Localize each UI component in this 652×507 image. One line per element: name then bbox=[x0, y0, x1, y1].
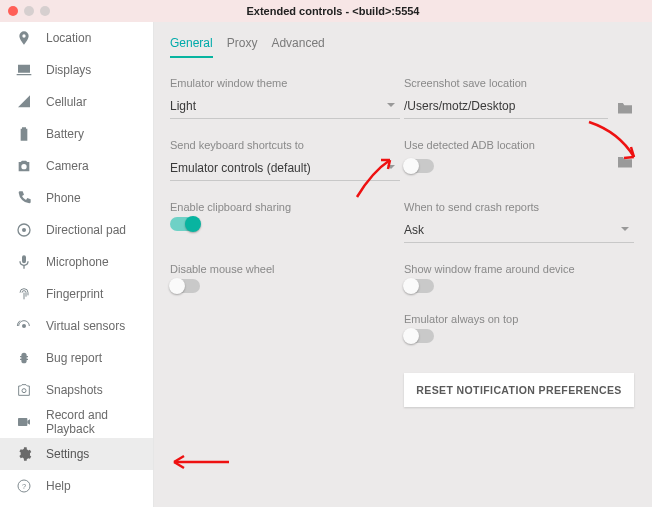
battery-icon bbox=[16, 126, 32, 142]
mic-icon bbox=[16, 254, 32, 270]
sidebar-item-bugreport[interactable]: Bug report bbox=[0, 342, 153, 374]
svg-point-3 bbox=[22, 389, 26, 393]
sidebar-item-label: Record and Playback bbox=[46, 408, 143, 436]
field-label: Disable mouse wheel bbox=[170, 263, 400, 275]
svg-point-1 bbox=[22, 228, 26, 232]
sidebar-item-label: Bug report bbox=[46, 351, 102, 365]
mouse-toggle[interactable] bbox=[170, 279, 200, 293]
crash-select[interactable]: Ask bbox=[404, 217, 634, 243]
field-label: Use detected ADB location bbox=[404, 139, 634, 151]
sidebar-item-fingerprint[interactable]: Fingerprint bbox=[0, 278, 153, 310]
dpad-icon bbox=[16, 222, 32, 238]
sidebar-item-label: Fingerprint bbox=[46, 287, 103, 301]
field-label: Screenshot save location bbox=[404, 77, 634, 89]
sidebar-item-label: Microphone bbox=[46, 255, 109, 269]
sidebar-item-cellular[interactable]: Cellular bbox=[0, 86, 153, 118]
field-keyboard: Send keyboard shortcuts to Emulator cont… bbox=[170, 139, 400, 181]
theme-value: Light bbox=[170, 99, 196, 113]
window-close-button[interactable] bbox=[8, 6, 18, 16]
annotation-arrow bbox=[164, 450, 234, 480]
sidebar-item-label: Cellular bbox=[46, 95, 87, 109]
field-ontop: Emulator always on top bbox=[404, 313, 634, 343]
caret-down-icon bbox=[620, 223, 630, 237]
sidebar-item-sensors[interactable]: Virtual sensors bbox=[0, 310, 153, 342]
folder-icon[interactable] bbox=[616, 101, 634, 119]
adb-toggle[interactable] bbox=[404, 159, 434, 173]
svg-text:?: ? bbox=[22, 482, 26, 491]
screenshot-path-value: /Users/motz/Desktop bbox=[404, 99, 515, 113]
sidebar-item-camera[interactable]: Camera bbox=[0, 150, 153, 182]
field-frame: Show window frame around device bbox=[404, 263, 634, 293]
fingerprint-icon bbox=[16, 286, 32, 302]
sidebar-item-displays[interactable]: Displays bbox=[0, 54, 153, 86]
field-label: Enable clipboard sharing bbox=[170, 201, 400, 213]
folder-icon[interactable] bbox=[616, 155, 634, 173]
sidebar-item-label: Camera bbox=[46, 159, 89, 173]
keyboard-value: Emulator controls (default) bbox=[170, 161, 311, 175]
reset-notifications-button[interactable]: RESET NOTIFICATION PREFERENCES bbox=[404, 373, 634, 407]
sidebar-item-microphone[interactable]: Microphone bbox=[0, 246, 153, 278]
record-icon bbox=[16, 414, 32, 430]
clipboard-toggle[interactable] bbox=[170, 217, 200, 231]
sidebar-item-settings[interactable]: Settings bbox=[0, 438, 153, 470]
sidebar-item-label: Help bbox=[46, 479, 71, 493]
field-label: Emulator always on top bbox=[404, 313, 634, 325]
titlebar: Extended controls - <build>:5554 bbox=[0, 0, 652, 22]
field-screenshot-path: Screenshot save location /Users/motz/Des… bbox=[404, 77, 634, 119]
sidebar-item-label: Displays bbox=[46, 63, 91, 77]
sidebar-item-location[interactable]: Location bbox=[0, 22, 153, 54]
sidebar-item-label: Location bbox=[46, 31, 91, 45]
field-label: Emulator window theme bbox=[170, 77, 400, 89]
location-icon bbox=[16, 30, 32, 46]
field-theme: Emulator window theme Light bbox=[170, 77, 400, 119]
crash-value: Ask bbox=[404, 223, 424, 237]
caret-down-icon bbox=[386, 99, 396, 113]
field-mouse: Disable mouse wheel bbox=[170, 263, 400, 293]
tabs: General Proxy Advanced bbox=[170, 32, 634, 59]
window-title: Extended controls - <build>:5554 bbox=[62, 5, 644, 17]
ontop-toggle[interactable] bbox=[404, 329, 434, 343]
field-clipboard: Enable clipboard sharing bbox=[170, 201, 400, 243]
sidebar-item-phone[interactable]: Phone bbox=[0, 182, 153, 214]
field-label: Show window frame around device bbox=[404, 263, 634, 275]
sidebar-item-battery[interactable]: Battery bbox=[0, 118, 153, 150]
sidebar-item-help[interactable]: ?Help bbox=[0, 470, 153, 502]
sidebar: Location Displays Cellular Battery Camer… bbox=[0, 22, 154, 507]
snapshot-icon bbox=[16, 382, 32, 398]
camera-icon bbox=[16, 158, 32, 174]
sidebar-item-label: Settings bbox=[46, 447, 89, 461]
screenshot-path-select[interactable]: /Users/motz/Desktop bbox=[404, 93, 608, 119]
cellular-icon bbox=[16, 94, 32, 110]
caret-down-icon bbox=[386, 161, 396, 175]
sidebar-item-label: Snapshots bbox=[46, 383, 103, 397]
svg-rect-4 bbox=[18, 418, 27, 426]
window-minimize-button[interactable] bbox=[24, 6, 34, 16]
frame-toggle[interactable] bbox=[404, 279, 434, 293]
tab-general[interactable]: General bbox=[170, 32, 213, 58]
sensors-icon bbox=[16, 318, 32, 334]
help-icon: ? bbox=[16, 478, 32, 494]
main-panel: General Proxy Advanced Emulator window t… bbox=[154, 22, 652, 507]
field-label: Send keyboard shortcuts to bbox=[170, 139, 400, 151]
sidebar-item-label: Battery bbox=[46, 127, 84, 141]
field-label: When to send crash reports bbox=[404, 201, 634, 213]
bug-icon bbox=[16, 350, 32, 366]
displays-icon bbox=[16, 62, 32, 78]
settings-icon bbox=[16, 446, 32, 462]
sidebar-item-label: Directional pad bbox=[46, 223, 126, 237]
sidebar-item-snapshots[interactable]: Snapshots bbox=[0, 374, 153, 406]
phone-icon bbox=[16, 190, 32, 206]
field-adb: Use detected ADB location bbox=[404, 139, 634, 181]
tab-proxy[interactable]: Proxy bbox=[227, 32, 258, 58]
tab-advanced[interactable]: Advanced bbox=[271, 32, 324, 58]
keyboard-select[interactable]: Emulator controls (default) bbox=[170, 155, 400, 181]
sidebar-item-label: Virtual sensors bbox=[46, 319, 125, 333]
field-crash: When to send crash reports Ask bbox=[404, 201, 634, 243]
sidebar-item-label: Phone bbox=[46, 191, 81, 205]
svg-point-2 bbox=[22, 324, 26, 328]
theme-select[interactable]: Light bbox=[170, 93, 400, 119]
sidebar-item-record[interactable]: Record and Playback bbox=[0, 406, 153, 438]
window-zoom-button[interactable] bbox=[40, 6, 50, 16]
sidebar-item-dpad[interactable]: Directional pad bbox=[0, 214, 153, 246]
